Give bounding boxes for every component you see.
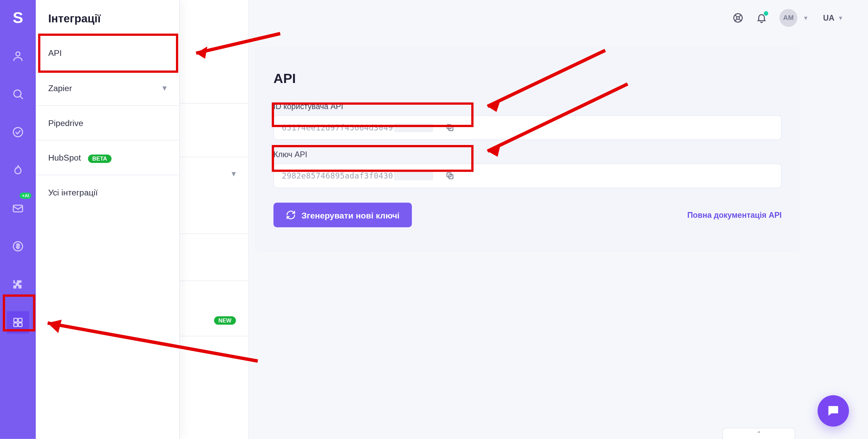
support-icon[interactable] [729, 9, 747, 27]
api-key-field: 2982e85746895adaf3f0430 [274, 164, 782, 188]
topbar: AM ▼ UA ▼ [249, 0, 868, 36]
apps-grid-icon[interactable] [7, 311, 29, 334]
chat-fab[interactable] [817, 395, 849, 427]
submenu-item-zapier[interactable]: Zapier ▾ [36, 70, 179, 105]
svg-rect-6 [14, 318, 18, 322]
api-key-value: 2982e85746895adaf3f0430 [282, 171, 393, 180]
chevron-down-icon: ▾ [232, 168, 236, 179]
dollar-icon[interactable] [7, 235, 29, 257]
integrations-submenu: Інтеграції API Zapier ▾ Pipedrive HubSpo… [36, 0, 180, 439]
svg-line-2 [20, 96, 23, 99]
submenu-item-pipedrive[interactable]: Pipedrive [36, 105, 179, 140]
nav-rail: S +AI [0, 0, 36, 439]
api-user-id-field: 65174ee12d97f45664d3049 [274, 115, 782, 140]
check-circle-icon[interactable] [7, 121, 29, 143]
chevron-down-icon: ▼ [838, 15, 843, 21]
api-user-id-value: 65174ee12d97f45664d3049 [282, 123, 393, 132]
puzzle-icon[interactable] [7, 273, 29, 296]
card-heading: API [274, 70, 782, 86]
notification-dot [764, 11, 768, 16]
api-settings-card: API ID користувача API 65174ee12d97f4566… [254, 47, 801, 252]
api-key-label: Ключ API [274, 150, 782, 159]
api-user-id-label: ID користувача API [274, 102, 782, 111]
submenu-item-label: API [48, 48, 62, 58]
bell-icon[interactable] [752, 9, 770, 27]
app-workspace: ска ятки ▾ рограма я пошуку NEW я Інтегр… [0, 0, 868, 439]
api-docs-link[interactable]: Повна документація API [687, 210, 782, 219]
beta-badge: BETA [88, 154, 112, 163]
svg-line-13 [739, 15, 742, 17]
new-badge: NEW [214, 316, 236, 325]
svg-point-0 [16, 52, 20, 56]
redacted-mask [394, 171, 434, 180]
svg-point-11 [736, 17, 739, 19]
copy-icon[interactable] [443, 121, 457, 134]
regenerate-keys-button[interactable]: Згенерувати нові ключі [274, 203, 412, 227]
submenu-item-label: Усі інтеграції [48, 188, 98, 197]
language-selector[interactable]: UA ▼ [823, 14, 844, 22]
svg-rect-9 [18, 323, 22, 327]
redacted-mask [394, 123, 434, 132]
flame-icon[interactable] [7, 159, 29, 181]
submenu-item-all-integrations[interactable]: Усі інтеграції [36, 175, 179, 209]
submenu-title: Інтеграції [36, 0, 179, 35]
svg-point-3 [13, 127, 22, 137]
person-icon[interactable] [7, 45, 29, 67]
submenu-item-label: Zapier [48, 83, 72, 92]
submenu-item-api[interactable]: API [36, 35, 179, 70]
language-label: UA [823, 14, 834, 22]
collapsed-widget-tab[interactable]: ⌃ [722, 428, 795, 439]
ai-badge: +AI [20, 193, 31, 199]
chevron-down-icon: ▾ [162, 83, 167, 93]
submenu-item-label: Pipedrive [48, 118, 83, 128]
api-actions-row: Згенерувати нові ключі Повна документаці… [274, 203, 782, 227]
submenu-item-hubspot[interactable]: HubSpot BETA [36, 140, 179, 174]
svg-line-15 [739, 19, 742, 21]
svg-rect-4 [13, 205, 22, 212]
svg-line-12 [735, 15, 737, 17]
copy-icon[interactable] [443, 169, 457, 183]
regenerate-button-label: Згенерувати нові ключі [301, 210, 399, 220]
mail-icon[interactable]: +AI [7, 197, 29, 220]
svg-rect-7 [18, 318, 22, 322]
svg-rect-8 [14, 323, 18, 327]
brand-logo[interactable]: S [7, 7, 29, 29]
submenu-item-label: HubSpot [48, 153, 81, 162]
chevron-down-icon[interactable]: ▼ [803, 15, 808, 21]
svg-line-14 [735, 19, 737, 21]
avatar[interactable]: AM [780, 9, 797, 27]
search-icon[interactable] [7, 83, 29, 105]
